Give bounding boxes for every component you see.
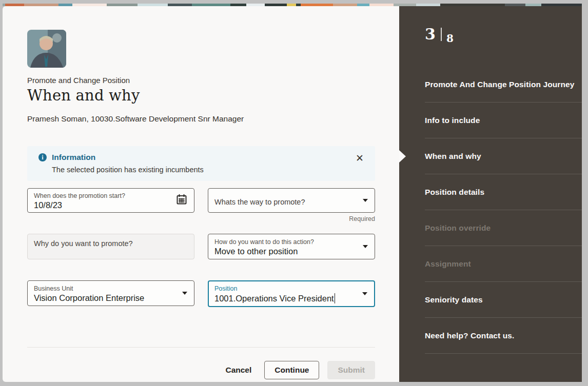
chevron-down-icon [362,292,367,295]
sidebar-item-position-override: Position override [425,210,582,246]
footer-actions: Cancel Continue Submit [27,361,375,379]
submit-button: Submit [327,361,375,379]
employee-photo [27,30,66,68]
banner-close-button[interactable]: ✕ [355,152,365,164]
calendar-icon[interactable] [176,194,187,207]
start-date-value: 10/8/23 [34,200,173,210]
position-label: Position [214,285,354,293]
step-total: 8 [446,32,454,45]
action-how-label: How do you want to do this action? [214,238,354,246]
banner-title: Information [52,153,95,162]
action-how-value: Move to other position [214,247,354,256]
step-separator [441,28,442,41]
page-title: When and why [27,87,375,104]
sidebar-item-promote-and-change-position-journey[interactable]: Promote And Change Position Journey [425,67,582,103]
sidebar-item-info-to-include[interactable]: Info to include [425,103,582,138]
chevron-down-icon [363,199,368,202]
start-date-field[interactable]: When does the promotion start? 10/8/23 [27,188,194,213]
breadcrumb: Promote and Change Position [27,76,375,85]
cancel-button[interactable]: Cancel [215,361,261,379]
sidebar-item-seniority-dates[interactable]: Seniority dates [425,282,582,318]
chevron-down-icon [363,245,368,248]
business-unit-dropdown[interactable]: Business Unit Vision Corporation Enterpr… [27,280,194,306]
promote-dialog: Promote and Change Position When and why… [3,6,399,382]
action-how-dropdown[interactable]: How do you want to do this action? Move … [208,234,375,259]
start-date-label: When does the promotion start? [34,192,173,200]
way-to-promote-dropdown[interactable]: Whats the way to promote? [208,188,375,213]
chevron-down-icon [182,292,187,295]
step-current: 3 [425,27,436,42]
sidebar-item-assignment: Assignment [425,246,582,282]
sidebar-item-need-help-contact-us[interactable]: Need help? Contact us. [425,318,582,354]
business-unit-label: Business Unit [34,285,173,293]
information-banner: i Information The selected position has … [27,146,375,181]
employee-subtitle: Pramesh Soman, 10030.Software Developmen… [27,114,375,124]
position-value: 1001.Operations Vice President [214,294,334,303]
business-unit-value: Vision Corporation Enterprise [34,293,173,303]
footer-divider [27,347,375,348]
step-indicator: 3 8 [425,27,454,45]
text-cursor [335,293,336,303]
promotion-reason-input[interactable]: Why do you want to promote? [27,234,194,259]
continue-button[interactable]: Continue [264,361,319,379]
journey-sidebar: 3 8 Promote And Change Position JourneyI… [399,6,582,382]
banner-message: The selected position has existing incum… [52,166,366,174]
sidebar-item-when-and-why[interactable]: When and why [425,138,582,174]
position-dropdown[interactable]: Position 1001.Operations Vice President [208,280,375,307]
page: { "backdrop_strip": { "segments": [ {"w"… [0,0,588,386]
required-hint: Required [208,213,375,223]
way-to-promote-label: Whats the way to promote? [214,197,305,207]
sidebar-item-position-details[interactable]: Position details [425,174,582,210]
current-step-pointer-icon [399,150,406,162]
info-icon: i [38,153,47,161]
journey-steps: Promote And Change Position JourneyInfo … [425,67,582,354]
screen: Promote and Change Position When and why… [3,4,582,382]
close-icon: ✕ [356,153,364,164]
